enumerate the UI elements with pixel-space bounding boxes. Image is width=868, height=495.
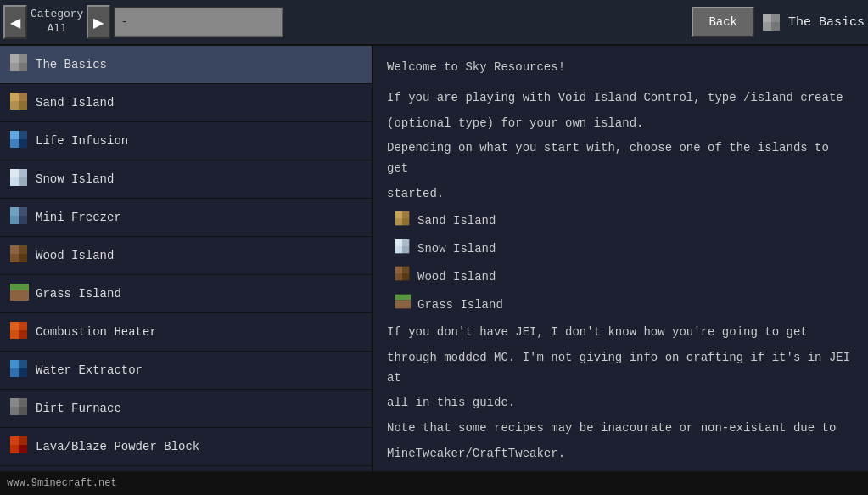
sidebar: The BasicsSand IslandLife InfusionSnow I… <box>0 46 373 471</box>
bottom-bar: www.9minecraft.net <box>0 471 868 495</box>
svg-rect-42 <box>10 436 19 445</box>
island-list-item-0: Sand Island <box>394 210 854 234</box>
sidebar-item-sand-island[interactable]: Sand Island <box>0 84 372 122</box>
sidebar-item-the-basics[interactable]: The Basics <box>0 46 372 84</box>
sidebar-item-wood-island[interactable]: Wood Island <box>0 237 372 275</box>
island-label-3: Grass Island <box>417 295 503 316</box>
svg-rect-21 <box>19 207 27 216</box>
sidebar-label-the-basics: The Basics <box>36 58 107 71</box>
svg-rect-35 <box>19 360 27 368</box>
svg-rect-65 <box>402 273 409 280</box>
content-paragraph-2: If you are playing with Void Island Cont… <box>387 88 854 109</box>
svg-rect-38 <box>10 398 19 407</box>
svg-rect-28 <box>10 284 29 290</box>
sidebar-icon-water-extractor <box>8 358 29 382</box>
island-list-item-1: Snow Island <box>394 238 854 262</box>
sidebar-icon-wood-island <box>8 244 29 267</box>
sidebar-item-water-extractor[interactable]: Water Extractor <box>0 352 372 390</box>
svg-rect-16 <box>10 169 19 177</box>
header-icon <box>761 12 781 32</box>
svg-rect-40 <box>10 407 19 415</box>
sidebar-icon-sand-island <box>8 91 29 115</box>
svg-rect-27 <box>19 254 27 262</box>
svg-rect-9 <box>19 93 27 101</box>
back-button[interactable]: Back <box>692 7 754 37</box>
svg-rect-18 <box>10 177 19 186</box>
category-prev-button[interactable]: ◀ <box>3 5 27 39</box>
island-label-0: Sand Island <box>417 211 496 232</box>
content-header-title: The Basics <box>788 15 865 30</box>
svg-rect-31 <box>19 322 27 330</box>
svg-rect-3 <box>771 22 780 31</box>
content-paragraph2-4: MineTweaker/CraftTweaker. <box>387 444 854 464</box>
search-input[interactable] <box>114 7 283 37</box>
island-list: Sand IslandSnow IslandWood IslandGrass I… <box>394 210 854 318</box>
svg-rect-41 <box>19 407 27 415</box>
svg-rect-59 <box>402 239 409 245</box>
svg-rect-61 <box>402 246 409 253</box>
island-icon-snow-island <box>394 238 411 262</box>
svg-rect-1 <box>771 14 780 22</box>
svg-rect-57 <box>402 218 409 225</box>
watermark-text: www.9minecraft.net <box>7 477 117 489</box>
sidebar-item-mini-freezer[interactable]: Mini Freezer <box>0 199 372 237</box>
svg-rect-12 <box>10 131 19 139</box>
sidebar-item-life-infusion[interactable]: Life Infusion <box>0 122 372 160</box>
svg-rect-34 <box>10 360 19 368</box>
svg-rect-39 <box>19 398 27 407</box>
svg-rect-67 <box>395 301 411 309</box>
svg-rect-2 <box>763 22 771 31</box>
top-bar-right: Back The Basics <box>692 7 865 37</box>
island-list-item-3: Grass Island <box>394 293 854 318</box>
svg-rect-11 <box>19 101 27 110</box>
content-paragraph-4: Depending on what you start with, choose… <box>387 138 854 179</box>
island-label-2: Wood Island <box>417 267 496 288</box>
sidebar-label-lava-blaze: Lava/Blaze Powder Block <box>36 440 199 453</box>
svg-rect-5 <box>19 54 27 63</box>
category-next-button[interactable]: ▶ <box>87 5 110 39</box>
svg-rect-6 <box>10 63 19 71</box>
svg-rect-54 <box>395 211 402 217</box>
island-icon-wood-island <box>394 265 411 290</box>
island-icon-sand-island <box>394 210 411 234</box>
content-paragraph-0: Welcome to Sky Resources! <box>387 58 854 78</box>
svg-rect-23 <box>19 216 27 224</box>
svg-rect-10 <box>10 101 19 110</box>
island-list-item-2: Wood Island <box>394 265 854 290</box>
svg-rect-44 <box>10 445 19 453</box>
svg-rect-58 <box>395 239 402 245</box>
content-paragraph-5: started. <box>387 184 854 205</box>
sidebar-label-wood-island: Wood Island <box>36 249 114 262</box>
content-paragraph2-2: all in this guide. <box>387 393 854 413</box>
svg-rect-8 <box>10 93 19 101</box>
sidebar-label-dirt-furnace: Dirt Furnace <box>36 402 121 415</box>
sidebar-label-grass-island: Grass Island <box>36 287 121 301</box>
svg-rect-37 <box>19 368 27 377</box>
svg-rect-4 <box>10 54 19 63</box>
sidebar-item-dirt-furnace[interactable]: Dirt Furnace <box>0 390 372 428</box>
sidebar-icon-dirt-furnace <box>8 397 29 420</box>
content-paragraph2-1: through modded MC. I'm not giving info o… <box>387 348 854 389</box>
content-paragraph2-0: If you don't have JEI, I don't know how … <box>387 323 854 343</box>
svg-rect-20 <box>10 207 19 216</box>
svg-rect-15 <box>19 139 27 148</box>
svg-rect-33 <box>19 330 27 339</box>
sidebar-item-snow-island[interactable]: Snow Island <box>0 160 372 199</box>
sidebar-label-combustion-heater: Combustion Heater <box>36 325 157 339</box>
top-bar: ◀ Category All ▶ Back The Basics <box>0 0 868 46</box>
svg-rect-25 <box>19 245 27 254</box>
svg-rect-7 <box>19 63 27 71</box>
svg-rect-66 <box>395 295 411 301</box>
island-label-1: Snow Island <box>417 239 496 260</box>
sidebar-icon-lava-blaze <box>8 435 29 458</box>
svg-rect-24 <box>10 245 19 254</box>
sidebar-item-combustion-heater[interactable]: Combustion Heater <box>0 313 372 352</box>
sidebar-label-mini-freezer: Mini Freezer <box>36 211 121 224</box>
category-label: Category All <box>31 8 83 37</box>
sidebar-icon-combustion-heater <box>8 320 29 344</box>
svg-rect-32 <box>10 330 19 339</box>
sidebar-item-lava-blaze[interactable]: Lava/Blaze Powder Block <box>0 428 372 466</box>
sidebar-item-grass-island[interactable]: Grass Island <box>0 275 372 313</box>
content-area: Welcome to Sky Resources!If you are play… <box>373 46 868 471</box>
sidebar-icon-life-infusion <box>8 129 29 153</box>
